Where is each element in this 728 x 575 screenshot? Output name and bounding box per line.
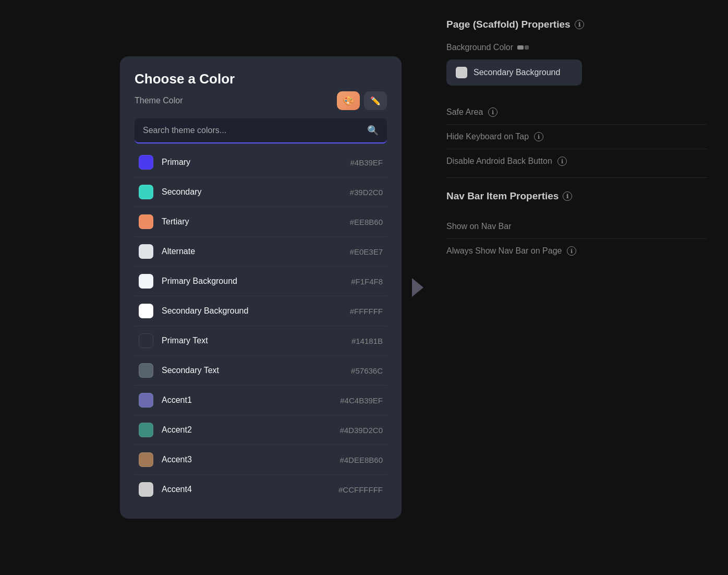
color-item-hex: #4DEE8B60 — [339, 456, 383, 464]
color-item-hex: #E0E3E7 — [350, 247, 383, 256]
color-item-name: Accent1 — [162, 396, 340, 405]
color-item-name: Accent2 — [162, 425, 339, 435]
disable-android-label: Disable Android Back Button — [446, 157, 552, 166]
color-item-name: Secondary — [162, 187, 350, 197]
theme-color-row: Theme Color 🎨 ✏️ — [135, 91, 387, 110]
theme-icon-button[interactable]: 🎨 — [337, 91, 360, 110]
always-show-info-icon[interactable]: ℹ — [567, 246, 576, 256]
color-item-swatch — [139, 214, 153, 229]
color-item-hex: #4B39EF — [350, 158, 383, 167]
color-item-swatch — [139, 482, 153, 497]
color-item-hex: #4C4B39EF — [340, 396, 383, 405]
hide-keyboard-info-icon[interactable]: ℹ — [534, 132, 543, 141]
color-item-hex: #4D39D2C0 — [339, 426, 383, 435]
color-list-item[interactable]: Accent4#CCFFFFFF — [135, 475, 387, 504]
theme-color-label: Theme Color — [135, 96, 183, 105]
color-list-item[interactable]: Secondary Text#57636C — [135, 356, 387, 386]
search-area: 🔍 — [135, 118, 387, 143]
show-nav-bar-label: Show on Nav Bar — [446, 222, 512, 231]
search-icon: 🔍 — [367, 125, 379, 136]
always-show-nav-bar-row: Always Show Nav Bar on Page ℹ — [446, 239, 707, 263]
color-list-item[interactable]: Primary Text#14181B — [135, 326, 387, 356]
color-item-swatch — [139, 274, 153, 289]
color-item-swatch — [139, 363, 153, 378]
selected-color-name: Secondary Background — [474, 68, 560, 77]
color-item-name: Primary Text — [162, 336, 351, 345]
scaffold-section-title: Page (Scaffold) Properties ℹ — [446, 19, 707, 30]
nav-bar-info-icon[interactable]: ℹ — [563, 191, 572, 201]
color-item-name: Accent4 — [162, 485, 338, 494]
color-list-item[interactable]: Tertiary#EE8B60 — [135, 207, 387, 237]
disable-android-info-icon[interactable]: ℹ — [557, 157, 567, 166]
scaffold-info-icon[interactable]: ℹ — [575, 20, 584, 29]
theme-pencil-button[interactable]: ✏️ — [364, 91, 387, 110]
color-item-hex: #14181B — [351, 337, 383, 345]
color-list-item[interactable]: Accent3#4DEE8B60 — [135, 445, 387, 475]
color-item-hex: #FFFFFF — [350, 307, 383, 316]
search-input[interactable] — [143, 126, 362, 135]
color-list-item[interactable]: Accent1#4C4B39EF — [135, 386, 387, 415]
selected-color-swatch — [456, 67, 467, 78]
theme-toggle-group: 🎨 ✏️ — [337, 91, 387, 110]
color-item-name: Primary — [162, 158, 350, 167]
hide-keyboard-row: Hide Keyboard on Tap ℹ — [446, 125, 707, 149]
theme-icon: 🎨 — [343, 95, 354, 106]
show-nav-bar-row: Show on Nav Bar — [446, 214, 707, 239]
scaffold-title-text: Page (Scaffold) Properties — [446, 19, 571, 30]
page-wrapper: Choose a Color Theme Color 🎨 ✏️ 🔍 Primar… — [0, 0, 728, 575]
always-show-label: Always Show Nav Bar on Page — [446, 246, 562, 256]
color-list-item[interactable]: Primary Background#F1F4F8 — [135, 267, 387, 296]
color-item-swatch — [139, 423, 153, 437]
selected-color-box[interactable]: Secondary Background — [446, 59, 582, 86]
color-item-swatch — [139, 393, 153, 408]
color-item-swatch — [139, 244, 153, 259]
color-swatch-icon — [517, 45, 529, 50]
color-item-name: Alternate — [162, 247, 350, 256]
nav-bar-title-text: Nav Bar Item Properties — [446, 190, 559, 202]
safe-area-info-icon[interactable]: ℹ — [488, 107, 498, 117]
color-item-swatch — [139, 333, 153, 348]
panel-title: Choose a Color — [135, 71, 387, 87]
pencil-icon: ✏️ — [370, 96, 381, 106]
color-picker-panel: Choose a Color Theme Color 🎨 ✏️ 🔍 Primar… — [120, 56, 402, 519]
color-item-hex: #57636C — [351, 366, 383, 375]
properties-panel: Page (Scaffold) Properties ℹ Background … — [426, 0, 728, 575]
color-item-hex: #CCFFFFFF — [338, 485, 383, 494]
color-item-hex: #F1F4F8 — [351, 277, 383, 286]
color-item-name: Tertiary — [162, 217, 350, 226]
safe-area-row: Safe Area ℹ — [446, 100, 707, 125]
hide-keyboard-label: Hide Keyboard on Tap — [446, 132, 529, 141]
color-list-item[interactable]: Secondary#39D2C0 — [135, 177, 387, 207]
color-item-name: Accent3 — [162, 455, 339, 464]
color-item-name: Secondary Text — [162, 366, 351, 375]
safe-area-label: Safe Area — [446, 107, 483, 117]
disable-android-row: Disable Android Back Button ℹ — [446, 149, 707, 173]
color-item-swatch — [139, 304, 153, 318]
color-list: Primary#4B39EFSecondary#39D2C0Tertiary#E… — [135, 148, 387, 504]
color-item-swatch — [139, 155, 153, 170]
color-item-swatch — [139, 452, 153, 467]
color-item-name: Primary Background — [162, 277, 351, 286]
color-item-swatch — [139, 185, 153, 199]
color-item-hex: #EE8B60 — [350, 218, 383, 226]
color-list-item[interactable]: Accent2#4D39D2C0 — [135, 415, 387, 445]
nav-bar-section-title: Nav Bar Item Properties ℹ — [446, 190, 707, 202]
color-list-item[interactable]: Secondary Background#FFFFFF — [135, 296, 387, 326]
color-item-hex: #39D2C0 — [350, 188, 383, 197]
color-item-name: Secondary Background — [162, 306, 350, 316]
color-list-item[interactable]: Primary#4B39EF — [135, 148, 387, 177]
color-list-item[interactable]: Alternate#E0E3E7 — [135, 237, 387, 267]
background-color-label: Background Color — [446, 43, 707, 52]
section-divider — [446, 177, 707, 178]
arrow-right-icon — [412, 278, 423, 297]
